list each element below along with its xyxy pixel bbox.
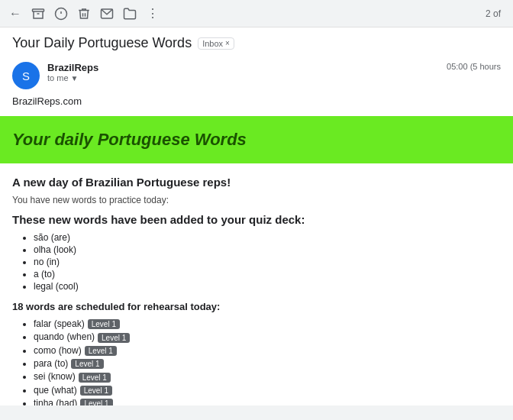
- new-words-heading: These new words have been added to your …: [12, 213, 501, 226]
- rehearsal-list: falar (speak)Level 1quando (when)Level 1…: [12, 318, 501, 405]
- list-item: legal (cool): [34, 281, 501, 292]
- email-body: BrazilReps.com Your daily Portuguese Wor…: [0, 95, 513, 405]
- level-badge: Level 1: [85, 346, 117, 356]
- list-item: no (in): [34, 257, 501, 267]
- rehearsal-heading: 18 words are scheduled for rehearsal tod…: [12, 301, 501, 312]
- page-count: 2 of: [486, 8, 501, 19]
- banner-title: Your daily Portuguese Words: [12, 130, 501, 150]
- sender-info: BrazilReps to me ▼: [47, 62, 447, 82]
- list-item: são (are): [34, 232, 501, 243]
- list-item: para (to)Level 1: [34, 358, 501, 369]
- email-banner: Your daily Portuguese Words: [0, 116, 513, 163]
- intro-text: You have new words to practice today:: [12, 195, 501, 205]
- mail-button[interactable]: [98, 5, 116, 23]
- sender-to[interactable]: to me ▼: [47, 73, 447, 82]
- more-options-button[interactable]: ⋮: [144, 5, 162, 23]
- level-badge: Level 1: [80, 399, 112, 405]
- sender-row: S BrazilReps to me ▼ 05:00 (5 hours: [0, 56, 513, 95]
- level-badge: Level 1: [80, 386, 112, 396]
- list-item: que (what)Level 1: [34, 385, 501, 396]
- level-badge: Level 1: [71, 359, 103, 369]
- level-badge: Level 1: [79, 373, 111, 383]
- list-item: sei (know)Level 1: [34, 371, 501, 382]
- move-button[interactable]: [121, 5, 139, 23]
- back-button[interactable]: ←: [6, 5, 24, 23]
- list-item: tinha (had)Level 1: [34, 398, 501, 405]
- delete-button[interactable]: [75, 5, 93, 23]
- list-item: como (how)Level 1: [34, 345, 501, 356]
- email-timestamp: 05:00 (5 hours: [447, 62, 501, 71]
- inbox-label-text: Inbox: [202, 39, 223, 48]
- list-item: olha (look): [34, 244, 501, 255]
- list-item: falar (speak)Level 1: [34, 318, 501, 329]
- avatar: S: [12, 62, 40, 89]
- sender-website: BrazilReps.com: [12, 95, 501, 107]
- sender-name: BrazilReps: [47, 62, 447, 73]
- level-badge: Level 1: [88, 319, 120, 329]
- list-item: quando (when)Level 1: [34, 331, 501, 342]
- remove-label-button[interactable]: ×: [225, 39, 230, 47]
- chevron-down-icon: ▼: [71, 74, 79, 82]
- inbox-label: Inbox ×: [198, 37, 234, 50]
- archive-button[interactable]: [29, 5, 47, 23]
- svg-rect-0: [33, 9, 44, 11]
- level-badge: Level 1: [98, 333, 130, 343]
- new-words-list: são (are) olha (look) no (in) a (to) leg…: [12, 232, 501, 292]
- report-spam-button[interactable]: [52, 5, 70, 23]
- subject-bar: Your Daily Portuguese Words Inbox ×: [0, 27, 513, 56]
- email-subject: Your Daily Portuguese Words: [12, 35, 192, 51]
- new-day-heading: A new day of Brazilian Portuguese reps!: [12, 176, 501, 189]
- toolbar: ← ⋮ 2 of: [0, 0, 513, 27]
- list-item: a (to): [34, 269, 501, 279]
